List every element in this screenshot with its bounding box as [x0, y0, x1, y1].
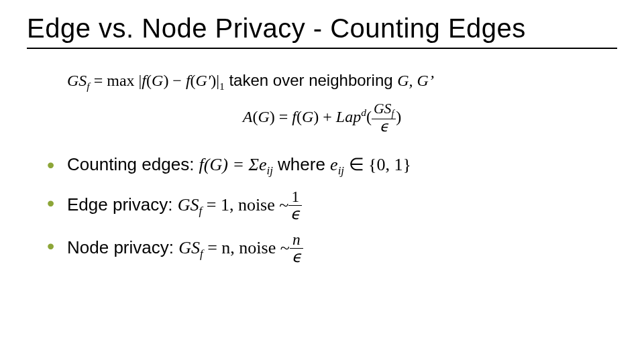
gs-eq: = max |	[90, 72, 142, 89]
gs-minus: ) −	[163, 72, 186, 89]
b3-num: n	[290, 232, 303, 249]
b1-label: Counting edges:	[67, 154, 199, 174]
A-frac: GSfϵ	[372, 102, 396, 135]
b2-eq: = 1, noise ~	[202, 195, 288, 215]
b3-frac: nϵ	[290, 232, 303, 265]
bullet-edge-privacy: Edge privacy: GSf = 1, noise ~1ϵ	[47, 189, 617, 223]
equation-A: A(G) = f(G) + Lapd(GSfϵ)	[27, 102, 617, 135]
b2-num: 1	[288, 189, 302, 206]
b3-den: ϵ	[290, 249, 303, 265]
gs-tail-plain: taken over neighboring	[225, 71, 398, 89]
A-frac-den: ϵ	[372, 119, 396, 135]
b2-frac: 1ϵ	[288, 189, 302, 223]
equation-gs: GSf = max |f(G) − f(G′)|1 taken over nei…	[67, 68, 617, 95]
bullet-node-privacy: Node privacy: GSf = n, noise ~nϵ	[47, 232, 617, 265]
slide-title: Edge vs. Node Privacy - Counting Edges	[27, 13, 617, 49]
b1-where: where	[273, 154, 330, 174]
A-d: d	[361, 107, 366, 118]
A-plus: ) +	[313, 108, 336, 125]
gs-lhs-base: GS	[67, 72, 87, 89]
A-G2: G	[302, 108, 313, 125]
gs-G1: G	[152, 72, 163, 89]
gs-f1: f	[142, 72, 146, 89]
gs-Gp: G′	[196, 72, 211, 89]
A-open: (	[366, 108, 372, 125]
b2-gs: GS	[178, 195, 199, 215]
b1-e2: e	[330, 155, 338, 174]
A-eq: ) =	[270, 108, 292, 125]
A-frac-num-sub: f	[391, 108, 394, 119]
A-frac-num-base: GS	[374, 101, 391, 117]
b1-ij2: ij	[338, 164, 344, 177]
b2-label: Edge privacy:	[67, 194, 178, 215]
bullet-counting-edges: Counting edges: f(G) = Σeij where eij ∈ …	[47, 151, 617, 180]
gs-tail-math: G, G’	[397, 72, 434, 89]
A-f: f	[292, 108, 297, 125]
A-close: )	[396, 108, 401, 125]
b3-gs: GS	[178, 238, 200, 257]
bullet-list: Counting edges: f(G) = Σeij where eij ∈ …	[47, 151, 617, 265]
gs-close: )|	[211, 72, 219, 89]
A-Lap: Lap	[336, 108, 361, 125]
b1-fg: f(G) = Σe	[199, 155, 267, 174]
A-G1: G	[258, 108, 269, 125]
gs-one: 1	[219, 80, 225, 92]
b2-den: ϵ	[288, 206, 302, 222]
A-A: A	[243, 108, 253, 125]
slide: Edge vs. Node Privacy - Counting Edges G…	[0, 0, 644, 362]
b3-eq: = n, noise ~	[203, 238, 290, 257]
b1-inset: ∈ {0, 1}	[344, 155, 411, 174]
gs-f2: f	[186, 72, 191, 89]
b1-ij1: ij	[266, 164, 272, 177]
b3-label: Node privacy:	[67, 237, 178, 257]
